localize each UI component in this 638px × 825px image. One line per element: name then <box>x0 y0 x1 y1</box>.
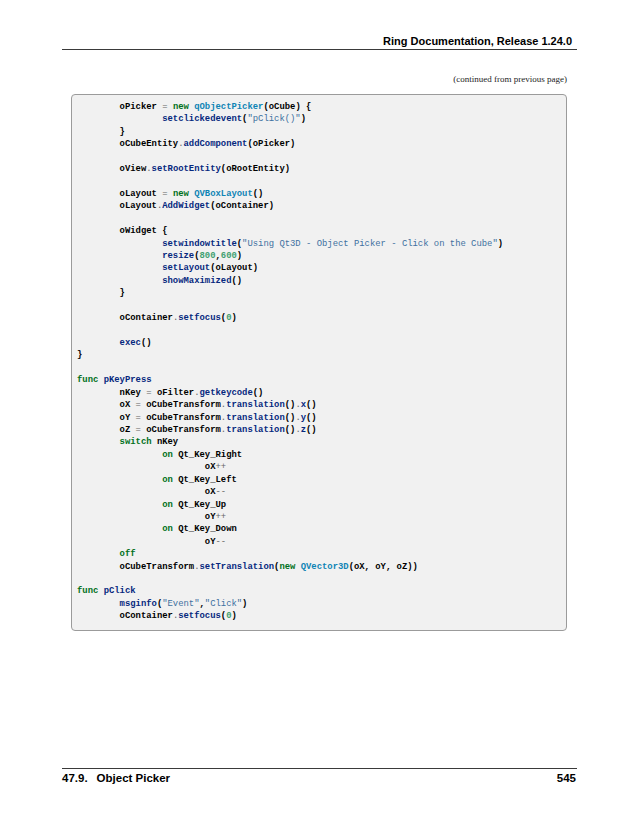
code-token: switch <box>77 437 152 447</box>
code-token: ) <box>237 251 242 261</box>
code-token: oCubeTransform <box>141 425 221 435</box>
code-token: nKey <box>77 388 146 398</box>
code-token: ) <box>242 599 247 609</box>
code-token: oCubeEntity <box>77 139 178 149</box>
code-line: func pKeyPress <box>77 374 561 386</box>
code-token: Qt_Key_Up <box>173 500 226 510</box>
code-line: switch nKey <box>77 436 561 448</box>
code-token: oContainer <box>77 313 173 323</box>
footer-section-title: Object Picker <box>97 772 171 784</box>
code-token: translation <box>226 413 285 423</box>
code-token: getkeycode <box>200 388 253 398</box>
code-token: () <box>306 425 317 435</box>
code-token: -- <box>215 487 226 497</box>
code-token: (oPicker) <box>247 139 295 149</box>
code-line: resize(800,600) <box>77 250 561 262</box>
code-token: resize <box>162 251 194 261</box>
continued-from-previous-page-note: (continued from previous page) <box>453 74 567 84</box>
code-line <box>77 176 561 188</box>
code-token: (oCube) { <box>263 102 311 112</box>
code-token <box>77 450 162 460</box>
code-token: (oContainer) <box>210 201 274 211</box>
code-token: () <box>253 388 264 398</box>
code-line: on Qt_Key_Down <box>77 523 561 535</box>
code-lines: oPicker = new qObjectPicker(oCube) { set… <box>77 101 561 623</box>
code-token: () <box>306 400 317 410</box>
code-token: } <box>77 288 125 298</box>
code-token: () <box>285 425 296 435</box>
footer-section-number: 47.9. <box>62 772 88 784</box>
code-token <box>77 114 162 124</box>
code-line: oX++ <box>77 461 561 473</box>
code-line <box>77 151 561 163</box>
code-token: setLayout <box>162 263 210 273</box>
code-token: oPicker <box>77 102 162 112</box>
code-token: on <box>162 450 173 460</box>
code-line: off <box>77 548 561 560</box>
code-line: } <box>77 349 561 361</box>
code-token: QVBoxLayout <box>194 189 253 199</box>
code-token: new <box>173 189 189 199</box>
code-line: on Qt_Key_Up <box>77 499 561 511</box>
code-line: oX-- <box>77 486 561 498</box>
code-token: showMaximized <box>162 276 231 286</box>
code-line: } <box>77 287 561 299</box>
code-token: () <box>253 189 264 199</box>
code-token: ) <box>301 114 306 124</box>
code-token: -- <box>215 537 226 547</box>
code-token: Qt_Key_Down <box>173 524 237 534</box>
code-token: } <box>77 127 125 137</box>
code-token: oY <box>77 512 215 522</box>
code-token <box>77 239 162 249</box>
code-line: oPicker = new qObjectPicker(oCube) { <box>77 101 561 113</box>
code-token: translation <box>226 425 285 435</box>
code-token: oFilter <box>152 388 195 398</box>
code-token: () <box>141 338 152 348</box>
code-token: Qt_Key_Left <box>173 475 237 485</box>
code-line: oZ = oCubeTransform.translation().z() <box>77 424 561 436</box>
code-token <box>77 276 162 286</box>
code-token: () <box>285 413 296 423</box>
code-token: "Event" <box>162 599 199 609</box>
code-token <box>77 500 162 510</box>
code-line: oCubeEntity.addComponent(oPicker) <box>77 138 561 150</box>
code-line: oWidget { <box>77 225 561 237</box>
header-rule <box>62 49 577 50</box>
code-block: oPicker = new qObjectPicker(oCube) { set… <box>71 94 567 631</box>
code-line: oView.setRootEntity(oRootEntity) <box>77 163 561 175</box>
code-token: exec <box>120 338 141 348</box>
code-line: on Qt_Key_Left <box>77 474 561 486</box>
code-token: (oLayout) <box>210 263 258 273</box>
code-line <box>77 573 561 585</box>
document-page: Ring Documentation, Release 1.24.0 (cont… <box>0 0 638 825</box>
code-token: oX <box>77 462 215 472</box>
footer-section-label: 47.9.Object Picker <box>62 772 170 784</box>
code-token: func <box>77 375 98 385</box>
code-token: QVector3D <box>301 562 349 572</box>
code-token: msginfo <box>120 599 157 609</box>
code-token: ) <box>231 611 236 621</box>
code-token <box>77 599 120 609</box>
page-header-title: Ring Documentation, Release 1.24.0 <box>383 35 572 47</box>
code-line: showMaximized() <box>77 275 561 287</box>
code-line: oContainer.setfocus(0) <box>77 312 561 324</box>
code-token: qObjectPicker <box>194 102 263 112</box>
code-token: on <box>162 500 173 510</box>
code-token: pKeyPress <box>104 375 152 385</box>
code-token: oCubeTransform <box>77 562 194 572</box>
code-token: on <box>162 524 173 534</box>
footer-rule <box>62 768 577 769</box>
code-line: oLayout.AddWidget(oContainer) <box>77 200 561 212</box>
code-token: () <box>306 413 317 423</box>
code-token: "Using Qt3D - Object Picker - Click on t… <box>242 239 498 249</box>
code-token: translation <box>226 400 285 410</box>
code-line <box>77 362 561 374</box>
code-token: 800 <box>200 251 216 261</box>
code-token: oY <box>77 413 136 423</box>
code-token: oY <box>77 537 215 547</box>
code-token: setclickedevent <box>162 114 242 124</box>
code-token: setTranslation <box>200 562 275 572</box>
code-token: new <box>173 102 189 112</box>
code-token: off <box>120 549 136 559</box>
code-token: ) <box>231 313 236 323</box>
